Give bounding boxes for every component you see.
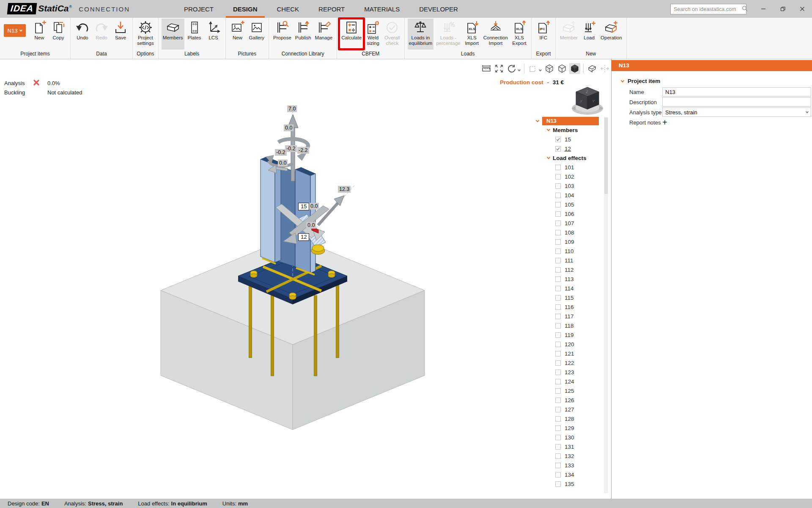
menu-tab-project[interactable]: PROJECT xyxy=(174,0,223,18)
chevron-down-icon[interactable] xyxy=(539,68,542,71)
unchecked-checkbox[interactable] xyxy=(555,379,561,384)
tree-item-105[interactable]: 105 xyxy=(536,200,609,209)
unchecked-checkbox[interactable] xyxy=(555,388,561,394)
checked-checkbox[interactable] xyxy=(555,146,561,152)
tree-section-load-effects[interactable]: Load effects xyxy=(536,153,609,163)
unchecked-checkbox[interactable] xyxy=(555,276,561,282)
load-button[interactable]: Load xyxy=(580,19,598,50)
tree-section-members[interactable]: Members xyxy=(536,125,609,135)
tree-item-120[interactable]: 120 xyxy=(536,340,609,349)
unchecked-checkbox[interactable] xyxy=(555,435,561,440)
publish-button[interactable]: Publish xyxy=(294,19,313,50)
unchecked-checkbox[interactable] xyxy=(555,360,561,366)
unchecked-checkbox[interactable] xyxy=(555,230,561,235)
plates-button[interactable]: Plates xyxy=(186,19,203,50)
menu-tab-materials[interactable]: MATERIALS xyxy=(354,0,409,18)
tree-item-128[interactable]: 128 xyxy=(536,414,609,423)
unchecked-checkbox[interactable] xyxy=(555,463,561,468)
unchecked-checkbox[interactable] xyxy=(555,453,561,459)
unchecked-checkbox[interactable] xyxy=(555,481,561,487)
cube-wire-icon[interactable] xyxy=(544,63,555,74)
scene-3d-model[interactable] xyxy=(127,85,465,457)
new-button[interactable]: New xyxy=(30,19,48,50)
tree-item-101[interactable]: 101 xyxy=(536,163,609,172)
tree-item-102[interactable]: 102 xyxy=(536,172,609,181)
tree-item-135[interactable]: 135 xyxy=(536,479,609,489)
tree-item-133[interactable]: 133 xyxy=(536,461,609,470)
unchecked-checkbox[interactable] xyxy=(555,425,561,431)
chevron-down-icon[interactable] xyxy=(547,155,550,159)
tree-item-117[interactable]: 117 xyxy=(536,312,609,321)
tree-item-114[interactable]: 114 xyxy=(536,284,609,293)
tree-item-127[interactable]: 127 xyxy=(536,405,609,414)
tree-item-108[interactable]: 108 xyxy=(536,228,609,237)
maximize-button[interactable] xyxy=(773,0,793,18)
undo-button[interactable]: Undo xyxy=(74,19,91,50)
tree-item-112[interactable]: 112 xyxy=(536,265,609,274)
menu-tab-check[interactable]: CHECK xyxy=(267,0,309,18)
copy-button[interactable]: Copy xyxy=(49,19,67,50)
unchecked-checkbox[interactable] xyxy=(555,304,561,310)
tree-item-123[interactable]: 123 xyxy=(536,367,609,377)
description-field[interactable] xyxy=(662,97,811,107)
members-button[interactable]: Members xyxy=(162,19,184,50)
tree-item-119[interactable]: 119 xyxy=(536,330,609,340)
name-field[interactable] xyxy=(662,87,811,97)
tree-item-113[interactable]: 113 xyxy=(536,274,609,284)
search-box[interactable] xyxy=(670,4,746,14)
checked-checkbox[interactable] xyxy=(555,137,561,142)
unchecked-checkbox[interactable] xyxy=(555,444,561,450)
tree-item-106[interactable]: 106 xyxy=(536,209,609,218)
tree-item-131[interactable]: 131 xyxy=(536,442,609,451)
view-cube[interactable]: Z X Y xyxy=(571,85,604,118)
unchecked-checkbox[interactable] xyxy=(555,174,561,179)
ifc-button[interactable]: IFCIFC xyxy=(535,19,552,50)
chevron-down-icon[interactable] xyxy=(621,79,624,82)
weld-sizing-button[interactable]: Weldsizing xyxy=(364,19,382,50)
unchecked-checkbox[interactable] xyxy=(555,295,561,301)
unchecked-checkbox[interactable] xyxy=(555,211,561,217)
chevron-down-icon[interactable] xyxy=(547,127,550,131)
unchecked-checkbox[interactable] xyxy=(555,267,561,273)
unchecked-checkbox[interactable] xyxy=(555,416,561,422)
analysis-type-select[interactable]: Stress, strain xyxy=(662,108,811,117)
tree-scrollbar[interactable] xyxy=(604,117,608,493)
xls-import-button[interactable]: XLSXLSImport xyxy=(463,19,481,50)
tree-item-132[interactable]: 132 xyxy=(536,451,609,461)
unchecked-checkbox[interactable] xyxy=(555,221,561,226)
tree-item-15[interactable]: 15 xyxy=(536,135,609,144)
tree-item-118[interactable]: 118 xyxy=(536,321,609,330)
rotate-icon[interactable] xyxy=(506,63,517,74)
chevron-down-icon[interactable] xyxy=(518,68,521,71)
unchecked-checkbox[interactable] xyxy=(555,165,561,170)
tree-item-134[interactable]: 134 xyxy=(536,470,609,479)
tree-item-110[interactable]: 110 xyxy=(536,246,609,256)
cube-hidden-icon[interactable] xyxy=(557,63,568,74)
new-button[interactable]: New xyxy=(229,19,247,50)
unchecked-checkbox[interactable] xyxy=(555,314,561,319)
lcs-button[interactable]: LCS xyxy=(205,19,222,50)
tree-item-12[interactable]: 12 xyxy=(536,144,609,153)
menu-tab-design[interactable]: DESIGN xyxy=(223,0,267,18)
calculate-button[interactable]: Calculate xyxy=(340,19,363,50)
tree-item-107[interactable]: 107 xyxy=(536,218,609,228)
unchecked-checkbox[interactable] xyxy=(555,370,561,375)
tree-item-122[interactable]: 122 xyxy=(536,358,609,367)
search-input[interactable] xyxy=(674,6,742,12)
unchecked-checkbox[interactable] xyxy=(555,342,561,347)
unchecked-checkbox[interactable] xyxy=(555,193,561,198)
close-button[interactable] xyxy=(793,0,812,18)
connection-import-button[interactable]: ConnectionImport xyxy=(482,19,509,50)
tree-item-111[interactable]: 111 xyxy=(536,256,609,265)
unchecked-checkbox[interactable] xyxy=(555,239,561,245)
tree-item-103[interactable]: 103 xyxy=(536,181,609,190)
unchecked-checkbox[interactable] xyxy=(555,183,561,189)
unchecked-checkbox[interactable] xyxy=(555,472,561,478)
operation-button[interactable]: Operation xyxy=(599,19,623,50)
tree-item-109[interactable]: 109 xyxy=(536,237,609,246)
unchecked-checkbox[interactable] xyxy=(555,351,561,356)
unchecked-checkbox[interactable] xyxy=(555,286,561,291)
tree-item-125[interactable]: 125 xyxy=(536,386,609,395)
loads-in-equilibrium-button[interactable]: Loads inequilibrium xyxy=(408,19,434,50)
cube-solid-icon[interactable] xyxy=(569,63,580,74)
